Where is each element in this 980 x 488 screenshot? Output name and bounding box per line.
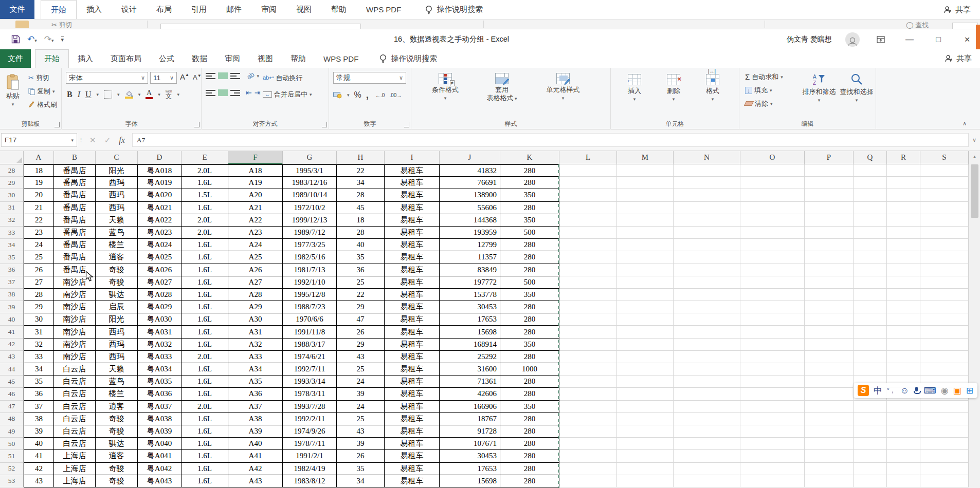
cell-J37[interactable]: 197772: [440, 276, 500, 289]
column-header-L[interactable]: L: [559, 151, 617, 164]
column-header-F[interactable]: F: [228, 151, 283, 164]
align-top-button[interactable]: [206, 72, 215, 79]
cell-M32[interactable]: [617, 214, 674, 227]
word-file-tab[interactable]: 文件: [0, 0, 34, 19]
cell-O44[interactable]: [740, 363, 805, 376]
cell-B32[interactable]: 番禺店: [54, 214, 96, 227]
cell-Q34[interactable]: [854, 239, 887, 251]
cell-P33[interactable]: [805, 227, 854, 239]
cell-I53[interactable]: 易租车: [385, 475, 440, 487]
cell-S36[interactable]: [920, 264, 969, 276]
cell-O34[interactable]: [740, 239, 805, 251]
cell-G53[interactable]: 1983/8/12: [283, 475, 337, 487]
close-button[interactable]: ×: [959, 32, 975, 47]
cell-F33[interactable]: A23: [228, 227, 283, 239]
cell-S43[interactable]: [920, 351, 969, 363]
ime-mic-icon[interactable]: [914, 387, 919, 394]
cell-K46[interactable]: 280: [500, 388, 559, 400]
cell-I50[interactable]: 易租车: [385, 438, 440, 450]
cell-I41[interactable]: 易租车: [385, 326, 440, 338]
collapse-ribbon-icon[interactable]: ∧: [963, 120, 967, 127]
cell-P51[interactable]: [805, 450, 854, 462]
cell-N34[interactable]: [674, 239, 740, 251]
cell-B34[interactable]: 番禺店: [54, 239, 96, 251]
cell-H39[interactable]: 29: [337, 301, 385, 313]
cell-J49[interactable]: 91728: [440, 425, 500, 438]
cell-B53[interactable]: 上海店: [54, 475, 96, 487]
cell-K32[interactable]: 350: [500, 214, 559, 227]
cell-S47[interactable]: [920, 401, 969, 413]
cell-P37[interactable]: [805, 276, 854, 289]
excel-tab-帮助[interactable]: 帮助: [282, 49, 315, 68]
cell-D42[interactable]: 粤A032: [138, 339, 182, 351]
cell-P50[interactable]: [805, 438, 854, 450]
ribbon-display-options-icon[interactable]: [873, 32, 888, 47]
cell-E52[interactable]: 1.6L: [182, 463, 228, 475]
grow-font-button[interactable]: A▲: [180, 72, 189, 81]
cell-L43[interactable]: [559, 351, 617, 363]
cell-S33[interactable]: [920, 227, 969, 239]
cell-Q29[interactable]: [854, 177, 887, 189]
cell-E46[interactable]: 1.6L: [182, 388, 228, 400]
format-cells-button[interactable]: |↔| 格式▾: [696, 70, 729, 103]
cell-F31[interactable]: A21: [228, 202, 283, 214]
cell-G35[interactable]: 1982/5/16: [283, 251, 337, 264]
cell-G47[interactable]: 1993/7/28: [283, 401, 337, 413]
cell-M43[interactable]: [617, 351, 674, 363]
cell-S51[interactable]: [920, 450, 969, 462]
cell-A35[interactable]: 25: [24, 251, 54, 264]
cell-O46[interactable]: [740, 388, 805, 400]
column-header-Q[interactable]: Q: [854, 151, 887, 164]
scrollbar-thumb[interactable]: [971, 164, 978, 218]
row-header-53[interactable]: 53: [0, 475, 24, 487]
cell-S53[interactable]: [920, 475, 969, 487]
cell-P46[interactable]: [805, 388, 854, 400]
row-header-47[interactable]: 47: [0, 401, 24, 413]
cell-Q52[interactable]: [854, 463, 887, 475]
cell-I32[interactable]: 易租车: [385, 214, 440, 227]
cell-F45[interactable]: A35: [228, 376, 283, 388]
cell-J31[interactable]: 55606: [440, 202, 500, 214]
align-bottom-button[interactable]: [230, 72, 240, 79]
cell-P44[interactable]: [805, 363, 854, 376]
cell-F37[interactable]: A27: [228, 276, 283, 289]
sort-filter-button[interactable]: AZ 排序和筛选▾: [800, 69, 838, 104]
row-header-37[interactable]: 37: [0, 276, 24, 289]
cell-C49[interactable]: 奇骏: [96, 425, 138, 438]
cell-O30[interactable]: [740, 189, 805, 201]
row-header-48[interactable]: 48: [0, 413, 24, 425]
column-header-J[interactable]: J: [440, 151, 500, 164]
cell-P43[interactable]: [805, 351, 854, 363]
cell-J50[interactable]: 107671: [440, 438, 500, 450]
word-tab-开始[interactable]: 开始: [41, 0, 77, 19]
excel-file-tab[interactable]: 文件: [0, 49, 31, 68]
row-header-45[interactable]: 45: [0, 376, 24, 388]
cell-B51[interactable]: 上海店: [54, 450, 96, 462]
cell-B30[interactable]: 番禺店: [54, 189, 96, 201]
cell-S50[interactable]: [920, 438, 969, 450]
row-header-36[interactable]: 36: [0, 264, 24, 276]
cell-H41[interactable]: 26: [337, 326, 385, 338]
cell-M29[interactable]: [617, 177, 674, 189]
excel-tab-视图[interactable]: 视图: [249, 49, 282, 68]
cell-Q49[interactable]: [854, 425, 887, 438]
cell-D50[interactable]: 粤A040: [138, 438, 182, 450]
bold-button[interactable]: B: [67, 90, 72, 99]
ime-skin-icon[interactable]: ▣: [953, 386, 961, 395]
cell-S34[interactable]: [920, 239, 969, 251]
cell-N40[interactable]: [674, 313, 740, 326]
cell-B48[interactable]: 白云店: [54, 413, 96, 425]
cell-C29[interactable]: 西玛: [96, 177, 138, 189]
cell-N33[interactable]: [674, 227, 740, 239]
cell-O50[interactable]: [740, 438, 805, 450]
increase-decimal-button[interactable]: ←.0: [375, 92, 385, 98]
cell-H47[interactable]: 24: [337, 401, 385, 413]
cell-H44[interactable]: 25: [337, 363, 385, 376]
cell-A45[interactable]: 35: [24, 376, 54, 388]
cell-C41[interactable]: 西玛: [96, 326, 138, 338]
word-tab-布局[interactable]: 布局: [147, 0, 182, 19]
cell-G51[interactable]: 1991/2/1: [283, 450, 337, 462]
cell-D39[interactable]: 粤A029: [138, 301, 182, 313]
row-header-44[interactable]: 44: [0, 363, 24, 376]
column-header-I[interactable]: I: [385, 151, 440, 164]
